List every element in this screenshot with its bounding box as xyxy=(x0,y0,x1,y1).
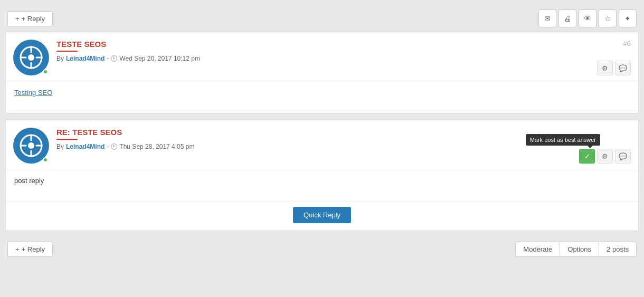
bottom-toolbar: + + Reply Moderate Options 2 posts xyxy=(5,237,639,261)
settings-icon-1: ⚙ xyxy=(602,64,608,72)
plus-icon: + xyxy=(15,15,20,23)
post-quote-button-2[interactable]: 💬 xyxy=(615,149,631,164)
options-button[interactable]: Options xyxy=(560,242,599,257)
quote-icon-2: 💬 xyxy=(619,152,627,160)
bottom-plus-icon: + xyxy=(15,245,20,253)
toolbar-icons: ✉ 🖨 👁 ☆ ✦ xyxy=(538,9,637,27)
clock-icon-1 xyxy=(111,55,117,62)
options-label: Options xyxy=(567,245,591,253)
avatar-wrap-2 xyxy=(13,128,49,164)
eye-icon: 👁 xyxy=(584,14,591,23)
star-icon: ☆ xyxy=(604,14,611,23)
post-card-1: TESTE SEOS By Leinad4Mind - Wed Sep 20, … xyxy=(5,32,639,113)
testing-seo-link[interactable]: Testing SEO xyxy=(14,89,52,97)
bottom-reply-button[interactable]: + + Reply xyxy=(7,242,53,257)
pushpin-icon: ✦ xyxy=(624,14,631,23)
star-icon-button[interactable]: ☆ xyxy=(599,9,617,27)
email-icon-button[interactable]: ✉ xyxy=(538,9,556,27)
quick-reply-button[interactable]: Quick Reply xyxy=(293,207,351,223)
post-meta-2: RE: TESTE SEOS By Leinad4Mind - Thu Sep … xyxy=(56,128,631,150)
post-settings-button-1[interactable]: ⚙ xyxy=(597,61,613,75)
svg-point-9 xyxy=(28,142,34,149)
post-meta-1: TESTE SEOS By Leinad4Mind - Wed Sep 20, … xyxy=(56,40,631,62)
post-author-line-2: By Leinad4Mind - Thu Sep 28, 2017 4:05 p… xyxy=(56,143,631,150)
quote-icon-1: 💬 xyxy=(619,64,627,72)
post-datetime-1: Wed Sep 20, 2017 10:12 pm xyxy=(119,55,200,62)
post-header-2: RE: TESTE SEOS By Leinad4Mind - Thu Sep … xyxy=(6,120,638,169)
quick-reply-label: Quick Reply xyxy=(304,211,340,219)
avatar-svg-1 xyxy=(18,44,44,71)
quick-reply-section: Quick Reply xyxy=(6,201,638,231)
post-actions-1: ⚙ 💬 xyxy=(597,61,631,75)
author-link-2[interactable]: Leinad4Mind xyxy=(66,143,105,150)
online-dot-2 xyxy=(43,157,48,162)
post-body-1: Testing SEO xyxy=(6,81,638,113)
avatar-wrap-1 xyxy=(13,40,49,75)
post-number-1: #6 xyxy=(623,40,631,47)
separator-1: - xyxy=(107,55,109,62)
eye-icon-button[interactable]: 👁 xyxy=(579,9,596,27)
post-title-2[interactable]: RE: TESTE SEOS xyxy=(56,128,631,137)
post-body-text-2: post reply xyxy=(14,177,44,185)
check-icon: ✓ xyxy=(584,152,590,160)
settings-icon-2: ⚙ xyxy=(602,152,608,160)
clock-icon-2 xyxy=(111,143,117,150)
by-label-2: By xyxy=(56,143,64,150)
post-title-underline-2 xyxy=(56,139,78,140)
top-toolbar: + + Reply ✉ 🖨 👁 ☆ ✦ xyxy=(5,5,639,32)
post-title-underline-1 xyxy=(56,51,78,52)
top-reply-button[interactable]: + + Reply xyxy=(7,11,53,26)
by-label-1: By xyxy=(56,55,64,62)
avatar-svg-2 xyxy=(18,132,44,159)
post-card-2: RE: TESTE SEOS By Leinad4Mind - Thu Sep … xyxy=(5,120,639,231)
print-icon: 🖨 xyxy=(564,14,571,23)
post-author-line-1: By Leinad4Mind - Wed Sep 20, 2017 10:12 … xyxy=(56,55,631,62)
post-datetime-2: Thu Sep 28, 2017 4:05 pm xyxy=(119,143,194,150)
separator-2: - xyxy=(107,143,109,150)
bottom-reply-label: + Reply xyxy=(22,245,45,253)
post-header-1: TESTE SEOS By Leinad4Mind - Wed Sep 20, … xyxy=(6,32,638,81)
print-icon-button[interactable]: 🖨 xyxy=(558,9,576,27)
moderate-label: Moderate xyxy=(523,245,552,253)
post-title-1[interactable]: TESTE SEOS xyxy=(56,40,631,49)
svg-point-2 xyxy=(28,54,34,61)
moderate-button[interactable]: Moderate xyxy=(515,242,560,257)
posts-count-label: 2 posts xyxy=(607,245,629,253)
posts-count-button[interactable]: 2 posts xyxy=(599,242,637,257)
post-settings-button-2[interactable]: ⚙ xyxy=(597,149,613,164)
top-reply-label: + Reply xyxy=(22,15,45,23)
email-icon: ✉ xyxy=(544,14,551,23)
pushpin-icon-button[interactable]: ✦ xyxy=(619,9,637,27)
tooltip-container: Mark post as best answer ✓ xyxy=(579,149,595,164)
post-actions-2: Mark post as best answer ✓ ⚙ 💬 xyxy=(579,149,631,164)
post-body-2: post reply xyxy=(6,169,638,201)
mark-best-answer-button[interactable]: ✓ xyxy=(579,149,595,164)
author-link-1[interactable]: Leinad4Mind xyxy=(66,55,105,62)
online-dot-1 xyxy=(43,69,48,74)
bottom-right-buttons: Moderate Options 2 posts xyxy=(515,242,637,257)
post-quote-button-1[interactable]: 💬 xyxy=(615,61,631,75)
